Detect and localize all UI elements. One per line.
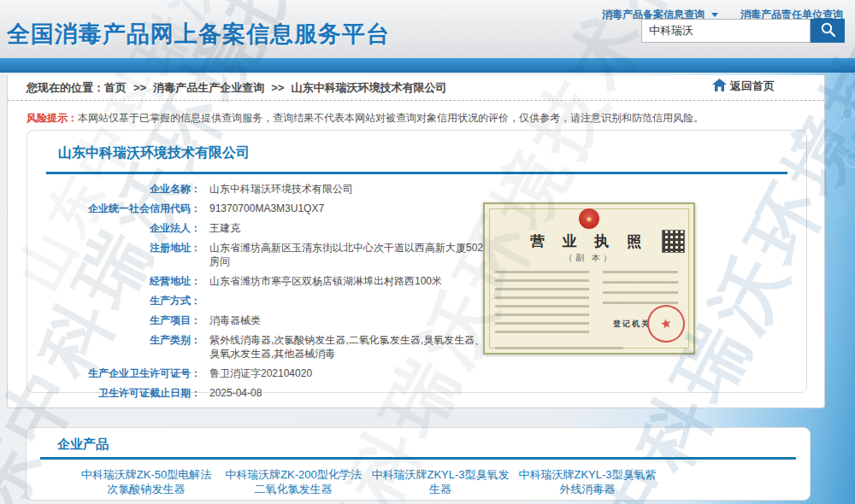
header-divider-bar [0, 58, 855, 73]
products-panel: 企业产品 中科瑞沃牌ZK-50型电解法次氯酸钠发生器 中科瑞沃牌ZK-200型化… [26, 427, 811, 501]
back-home-label: 返回首页 [730, 79, 775, 94]
field-row-license-expiry: 卫生许可证截止日期： 2025-04-08 [27, 386, 806, 400]
site-title: 全国消毒产品网上备案信息服务平台 [7, 19, 390, 50]
field-value: 山东省潍坊市寒亭区双杨店镇湖淋埠出村路西100米 [209, 274, 442, 288]
field-value: 2025-04-08 [209, 386, 262, 400]
qr-code-icon [662, 230, 685, 253]
emblem-star: ★ [586, 214, 593, 224]
company-details-box: 山东中科瑞沃环境技术有限公司 企业名称： 山东中科瑞沃环境技术有限公司 企业统一… [27, 130, 807, 393]
field-label: 生产类别： [27, 333, 201, 360]
search-bar [641, 19, 845, 43]
risk-notice-label: 风险提示： [27, 112, 78, 124]
breadcrumb-home[interactable]: 首页 [104, 80, 127, 96]
field-label: 生产项目： [27, 314, 201, 327]
field-label: 卫生许可证截止日期： [27, 386, 201, 400]
breadcrumb: 您现在的位置： 首页 >> 消毒产品生产企业查询 >> 山东中科瑞沃环境技术有限… [8, 75, 824, 101]
license-text-lines-right [603, 271, 678, 307]
page: 全国消毒产品网上备案信息服务平台 消毒产品备案信息查询 消毒产品责任单位查询 [0, 0, 855, 504]
field-value: 山东中科瑞沃环境技术有限公司 [209, 182, 353, 196]
product-links: 中科瑞沃牌ZK-50型电解法次氯酸钠发生器 中科瑞沃牌ZK-200型化学法二氧化… [76, 467, 657, 496]
license-text-lines-left [495, 271, 589, 337]
search-input[interactable] [641, 19, 811, 43]
chevron-down-icon [711, 13, 718, 17]
product-link-zkyl3-ozone[interactable]: 中科瑞沃牌ZKYL-3型臭氧发生器 [370, 467, 510, 496]
field-row-license-number: 生产企业卫生许可证号： 鲁卫消证字202104020 [27, 366, 806, 380]
field-label: 企业名称： [27, 182, 201, 196]
field-value: 鲁卫消证字202104020 [209, 366, 312, 380]
products-divider [40, 457, 796, 460]
field-label: 注册地址： [27, 241, 201, 268]
header: 全国消毒产品网上备案信息服务平台 消毒产品备案信息查询 消毒产品责任单位查询 [0, 0, 855, 58]
products-title: 企业产品 [57, 437, 109, 453]
breadcrumb-enterprise-query[interactable]: 消毒产品生产企业查询 [153, 80, 264, 96]
field-label: 经营地址： [27, 274, 201, 288]
license-subtitle: （副 本） [485, 252, 693, 264]
field-value: 王建克 [209, 221, 240, 235]
national-emblem-icon: ★ [579, 208, 599, 229]
field-value: 紫外线消毒器,次氯酸钠发生器,二氧化氯发生器,臭氧发生器、臭氧水发生器,其他器械… [209, 333, 492, 360]
company-name-title: 山东中科瑞沃环境技术有限公司 [58, 144, 250, 162]
product-link-zk200[interactable]: 中科瑞沃牌ZK-200型化学法二氧化氯发生器 [223, 467, 363, 496]
back-home-link[interactable]: 返回首页 [712, 79, 775, 94]
business-license-image: ★ 营 业 执 照 （副 本） 登记机关 ★ [483, 202, 695, 355]
license-bottom-line [495, 347, 623, 349]
title-divider [46, 172, 787, 174]
breadcrumb-current: 山东中科瑞沃环境技术有限公司 [291, 80, 446, 96]
field-row-company-name: 企业名称： 山东中科瑞沃环境技术有限公司 [27, 182, 806, 196]
search-button[interactable] [811, 19, 845, 43]
product-link-zkyl3-uv[interactable]: 中科瑞沃牌ZKYL-3型臭氧紫外线消毒器 [517, 467, 657, 496]
field-label: 企业法人： [27, 221, 201, 235]
breadcrumb-prefix: 您现在的位置： [27, 80, 104, 96]
product-link-zk50[interactable]: 中科瑞沃牌ZK-50型电解法次氯酸钠发生器 [76, 467, 216, 496]
license-issuer-label: 登记机关 [613, 319, 651, 330]
main-panel: 您现在的位置： 首页 >> 消毒产品生产企业查询 >> 山东中科瑞沃环境技术有限… [7, 75, 825, 408]
risk-notice: 风险提示：本网站仅基于已掌握的信息提供查询服务，查询结果不代表本网站对被查询对象… [27, 111, 704, 126]
field-label: 企业统一社会信用代码： [27, 202, 201, 215]
risk-notice-text: 本网站仅基于已掌握的信息提供查询服务，查询结果不代表本网站对被查询对象信用状况的… [78, 112, 704, 124]
field-value: 消毒器械类 [209, 314, 261, 327]
field-value: 山东省潍坊高新区玉清东街以北中心次干道以西高新大厦502房间 [209, 241, 492, 268]
search-icon [820, 21, 836, 40]
home-icon [712, 79, 727, 94]
field-label: 生产企业卫生许可证号： [27, 366, 201, 380]
field-label: 生产方式： [27, 294, 201, 308]
field-value: 91370700MA3M3U1QX7 [209, 202, 324, 215]
breadcrumb-separator: >> [133, 81, 146, 94]
breadcrumb-separator: >> [271, 81, 284, 94]
